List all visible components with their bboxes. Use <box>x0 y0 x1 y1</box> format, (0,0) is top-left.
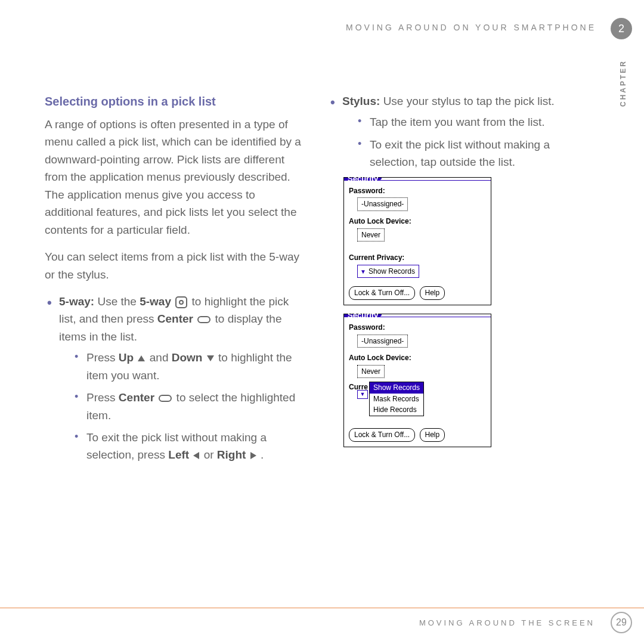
palm-password-label: Password: <box>349 322 486 333</box>
bold-text: Center <box>119 391 154 404</box>
center-button-icon <box>159 395 172 402</box>
text: . <box>258 448 264 461</box>
paragraph: A range of options is often presented in… <box>45 116 304 239</box>
palm-picklist-arrow[interactable]: ▼ <box>357 390 368 399</box>
sub-bullet: To exit the pick list without making a s… <box>358 136 587 171</box>
page-number-badge: 29 <box>611 612 632 633</box>
bold-text: 5-way <box>140 295 171 308</box>
palm-app-title: Security <box>344 178 382 180</box>
palm-help-button[interactable]: Help <box>420 428 445 442</box>
fiveway-icon <box>175 296 187 308</box>
up-arrow-icon <box>138 355 145 361</box>
running-header: MOVING AROUND ON YOUR SMARTPHONE <box>346 23 596 32</box>
chapter-number-badge: 2 <box>611 18 632 39</box>
palm-lock-button[interactable]: Lock & Turn Off... <box>349 286 415 300</box>
palm-picklist-menu[interactable]: Show Records Mask Records Hide Records <box>369 382 424 416</box>
sub-bullet: Tap the item you want from the list. <box>358 113 587 131</box>
down-arrow-icon <box>207 355 214 361</box>
footer-rule <box>0 608 644 608</box>
sub-bullet: To exit the pick list without making a s… <box>75 429 304 464</box>
right-arrow-icon <box>250 452 256 459</box>
bullet-5way: 5-way: Use the 5-way to highlight the pi… <box>45 293 304 464</box>
palm-autolock-label: Auto Lock Device: <box>349 216 486 227</box>
bold-text: Left <box>168 448 189 461</box>
bold-text: Down <box>172 351 203 364</box>
palm-screenshot-closed: Security Password: -Unassigned- Auto Loc… <box>343 177 491 305</box>
text: Press <box>86 391 119 404</box>
dropdown-arrow-icon: ▼ <box>360 391 366 399</box>
palm-password-label: Password: <box>349 185 486 197</box>
text: and <box>146 351 171 364</box>
center-button-icon <box>197 316 210 323</box>
palm-privacy-picklist[interactable]: ▼Show Records <box>357 265 419 278</box>
text: Use your stylus to tap the pick list. <box>380 95 555 107</box>
bold-label: 5-way: <box>59 295 94 308</box>
bold-text: Center <box>157 312 193 325</box>
palm-app-title: Security <box>344 314 382 317</box>
chapter-label-vertical: CHAPTER <box>619 60 627 107</box>
palm-autolock-field[interactable]: Never <box>357 365 385 379</box>
sub-bullet: Press Up and Down to highlight the item … <box>75 349 304 384</box>
content-area: Selecting options in a pick list A range… <box>45 92 587 470</box>
palm-lock-button[interactable]: Lock & Turn Off... <box>349 428 415 442</box>
bullet-stylus: Stylus: Use your stylus to tap the pick … <box>328 92 587 171</box>
palm-help-button[interactable]: Help <box>420 286 445 300</box>
dropdown-arrow-icon: ▼ <box>360 268 366 275</box>
left-column: Selecting options in a pick list A range… <box>45 92 304 470</box>
palm-privacy-label: Current Privacy: <box>349 252 486 264</box>
bold-text: Right <box>217 448 246 461</box>
text: Use the <box>94 295 140 308</box>
picklist-option[interactable]: Mask Records <box>370 394 423 405</box>
text: Press <box>86 351 119 364</box>
left-arrow-icon <box>193 452 199 459</box>
footer-section-title: MOVING AROUND THE SCREEN <box>419 618 595 627</box>
bold-label: Stylus: <box>342 95 380 107</box>
picklist-option[interactable]: Hide Records <box>370 404 423 416</box>
palm-screenshot-open: Security Password: -Unassigned- Auto Loc… <box>343 314 491 447</box>
section-heading: Selecting options in a pick list <box>45 92 304 111</box>
text: or <box>200 448 216 461</box>
palm-autolock-label: Auto Lock Device: <box>349 352 486 364</box>
palm-autolock-field[interactable]: Never <box>357 228 385 242</box>
paragraph: You can select items from a pick list wi… <box>45 248 304 283</box>
palm-password-field[interactable]: -Unassigned- <box>357 197 408 211</box>
right-column: Stylus: Use your stylus to tap the pick … <box>328 92 587 470</box>
picklist-value: Show Records <box>369 267 415 275</box>
palm-password-field[interactable]: -Unassigned- <box>357 335 408 348</box>
bold-text: Up <box>119 351 134 364</box>
sub-bullet: Press Center to select the highlighted i… <box>75 389 304 424</box>
picklist-option-selected[interactable]: Show Records <box>370 382 423 394</box>
